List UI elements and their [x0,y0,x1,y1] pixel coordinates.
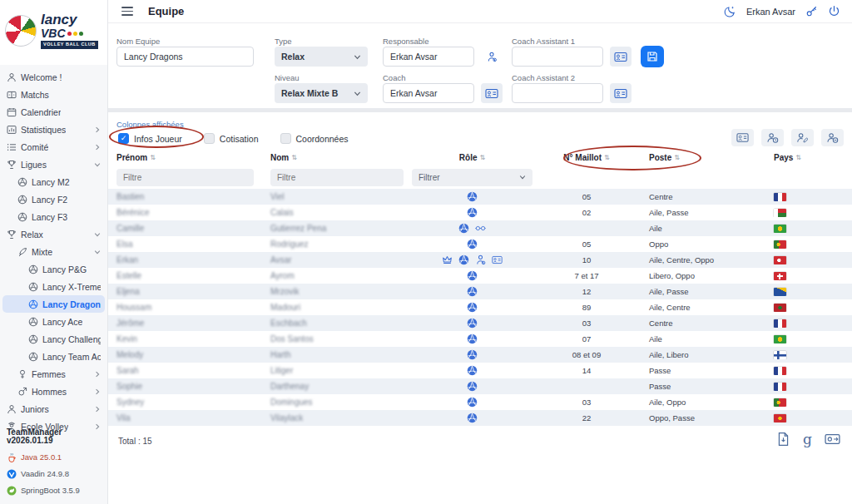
cell-maillot: 07 [532,334,641,343]
cell-nom: Avsar [270,255,412,264]
table-row[interactable]: EljenaMrzovik12Aile, Passe [108,284,852,299]
table-row[interactable]: HoussamMadouri89Aile, Centre [108,299,852,315]
cell-prenom: Erkan [116,255,270,264]
player-icon [467,381,478,392]
player-history-button[interactable] [761,129,784,146]
sidebar-item-comit[interactable]: Comité [2,138,105,156]
toggle-infos-joueur[interactable]: ✓Infos Joueur [118,133,182,144]
table-row[interactable]: VilaVilaylack22Oppo, Passe [108,410,852,426]
sidebar-item-juniors[interactable]: Juniors [2,400,105,418]
assign-coach-assistant-1-button[interactable] [610,47,632,67]
sidebar-item-label: Mixte [32,247,52,257]
sidebar-item-calendrier[interactable]: Calendrier [2,103,105,121]
sidebar-item-label: Lancy P&G [42,264,87,274]
column-header-r-le[interactable]: Rôle⇅ [412,153,532,162]
club-logo: lancy VBC VOLLEY BALL CLUB [0,0,107,65]
sidebar-item-lancy-f3[interactable]: Lancy F3 [2,208,105,225]
cell-poste: Passe [641,382,765,391]
sidebar-item-lancy-ace[interactable]: Lancy Ace [2,313,105,330]
column-header-pays[interactable]: Pays⇅ [765,153,844,162]
export-file-button[interactable] [776,432,790,447]
column-header-poste[interactable]: Poste⇅ [641,153,765,162]
menu-toggle-icon[interactable] [121,7,133,16]
filter-prenom-input[interactable] [116,169,254,186]
sidebar-item-ligues[interactable]: Ligues [2,156,105,173]
type-select[interactable]: Relax [275,47,368,67]
table-row[interactable]: SophieDarthenayPasse [108,378,852,394]
cell-nom: Gutierrez Pena [270,224,412,233]
sidebar-item-lancy-m2[interactable]: Lancy M2 [2,173,105,190]
checkbox-icon [204,133,215,144]
google-export-button[interactable]: g [803,432,812,447]
table-row[interactable]: ElsaRodriguez05Oppo [108,236,852,252]
table-row[interactable]: BéréniceCalais02Aile, Passe [108,205,852,220]
dark-mode-icon[interactable] [724,5,736,17]
assign-coach-assistant-2-button[interactable] [610,83,632,103]
edit-player-button[interactable] [791,129,814,146]
cell-poste: Aile, Passe [641,287,765,296]
table-row[interactable]: EstelleAyrom7 et 17Libero, Oppo [108,268,852,284]
sidebar-item-relax[interactable]: Relax [2,225,105,243]
flag-fr-icon [774,319,786,328]
coach-input[interactable] [383,83,474,103]
filter-role-select[interactable]: Filtrer [412,169,532,186]
toggle-cotisation[interactable]: Cotisation [204,133,259,144]
cell-prenom: Sarah [116,366,270,375]
cell-prenom: Elsa [116,240,270,249]
sidebar-item-mixte[interactable]: Mixte [2,243,105,260]
current-user[interactable]: Erkan Avsar [746,7,795,17]
type-label: Type [275,37,292,46]
cell-pays [765,319,844,328]
logo-dot-green [79,32,83,36]
sort-icon: ⇅ [674,154,680,161]
sidebar-item-lancy-challenger[interactable]: Lancy Challenger [2,330,105,348]
toggle-coordonn-es[interactable]: Coordonnées [280,133,349,144]
toggle-label: Infos Joueur [134,134,182,144]
sidebar-item-hommes[interactable]: Hommes [2,383,105,400]
password-key-icon[interactable] [805,5,818,17]
column-header-n-maillot[interactable]: N° Maillot⇅ [532,153,641,162]
sidebar-item-welcome[interactable]: Welcome ! [2,68,105,86]
sidebar-item-matchs[interactable]: Matchs [2,86,105,103]
table-row[interactable]: JérômeEschbach03Centre [108,315,852,331]
assign-responsable-button[interactable] [481,47,503,67]
table-row[interactable]: BastienViel05Centre [108,189,852,205]
payment-card-button[interactable] [825,433,840,445]
sidebar-item-lancy-team-accueil[interactable]: Lancy Team Accueil [2,348,105,365]
assign-coach-button[interactable] [481,83,503,103]
cell-maillot: 08 et 09 [532,350,641,359]
cell-roles [412,254,532,265]
sidebar-item-lancy-dragons[interactable]: Lancy Dragons [2,295,105,313]
sidebar-item-lancy-x-treme[interactable]: Lancy X-Treme [2,278,105,295]
table-row[interactable]: SydneyDomingues03Aile, Oppo [108,394,852,410]
table-row[interactable]: CamilleGutierrez PenaAile [108,220,852,236]
nom-equipe-input[interactable] [116,47,254,67]
column-header-pr-nom[interactable]: Prénom⇅ [116,153,270,162]
table-row[interactable]: KevinDos Santos07Aile [108,331,852,347]
sidebar-item-femmes[interactable]: Femmes [2,365,105,383]
save-button[interactable] [641,46,664,67]
players-table-card: Colonnes affichées ✓Infos JoueurCotisati… [108,112,852,504]
responsable-input[interactable] [383,47,474,67]
sidebar-item-statistiques[interactable]: Statistiques [2,121,105,138]
coach-assistant-1-input[interactable] [512,47,603,67]
app-version: TeamManager v2026.01.19 [7,428,107,445]
coach-assistant-1-label: Coach Assistant 1 [512,37,575,46]
person-icon [7,72,17,82]
remove-player-button[interactable] [821,129,844,146]
sidebar-item-lancy-p-g[interactable]: Lancy P&G [2,260,105,278]
filter-nom-input[interactable] [270,169,404,186]
cell-prenom: Bastien [116,192,270,201]
member-card-button[interactable] [731,129,754,146]
table-body: BastienViel05CentreBéréniceCalais02Aile,… [108,189,852,426]
table-row[interactable]: ErkanAvsar10Aile, Centre, Oppo [108,252,852,268]
column-header-nom[interactable]: Nom⇅ [270,153,412,162]
cell-roles [412,381,532,392]
niveau-select[interactable]: Relax Mixte B [275,83,368,103]
vaadin-version: Vaadin 24.9.8 [21,470,69,478]
table-row[interactable]: MelodyHarth08 et 09Aile, Libero [108,347,852,363]
logout-power-icon[interactable] [828,5,840,17]
table-row[interactable]: SarahLitiger14Passe [108,363,852,378]
coach-assistant-2-input[interactable] [512,83,603,103]
sidebar-item-lancy-f2[interactable]: Lancy F2 [2,190,105,208]
